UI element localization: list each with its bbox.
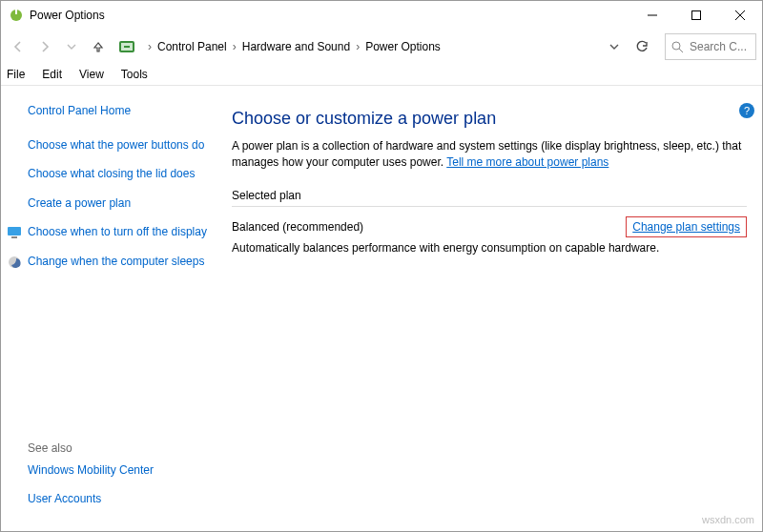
menu-tools[interactable]: Tools [121, 68, 148, 81]
help-icon[interactable]: ? [739, 103, 754, 118]
window-title: Power Options [30, 9, 630, 22]
up-button[interactable] [87, 35, 110, 58]
maximize-button[interactable] [674, 1, 718, 30]
selected-plan-label: Selected plan [232, 189, 747, 207]
address-dropdown[interactable] [606, 35, 623, 58]
svg-line-10 [679, 49, 683, 52]
recent-locations-dropdown[interactable] [60, 35, 83, 58]
svg-rect-11 [8, 227, 21, 235]
sidebar-control-panel-home[interactable]: Control Panel Home [28, 103, 131, 118]
svg-rect-3 [692, 11, 701, 20]
sidebar-computer-sleeps[interactable]: Change when the computer sleeps [28, 254, 204, 269]
watermark: wsxdn.com [702, 514, 754, 525]
refresh-button[interactable] [629, 33, 655, 60]
chevron-right-icon: › [356, 40, 360, 53]
svg-point-9 [672, 42, 680, 50]
link-change-plan-settings[interactable]: Change plan settings [626, 216, 747, 237]
chevron-right-icon: › [233, 40, 237, 53]
menu-view[interactable]: View [79, 68, 104, 81]
svg-rect-1 [15, 9, 17, 14]
app-icon [9, 8, 24, 23]
sidebar: Control Panel Home Choose what the power… [1, 86, 222, 531]
sidebar-turn-off-display[interactable]: Choose when to turn off the display [28, 224, 207, 239]
location-icon [117, 37, 136, 56]
plan-name: Balanced (recommended) [232, 220, 363, 234]
page-title: Choose or customize a power plan [232, 109, 747, 129]
main-panel: Choose or customize a power plan A power… [222, 86, 762, 531]
chevron-right-icon: › [148, 40, 152, 53]
minimize-button[interactable] [630, 1, 674, 30]
search-placeholder: Search C... [690, 40, 747, 53]
plan-description: Automatically balances performance with … [232, 241, 747, 255]
menubar: File Edit View Tools [1, 64, 762, 86]
sidebar-choose-closing-lid[interactable]: Choose what closing the lid does [28, 166, 195, 181]
sidebar-choose-power-buttons[interactable]: Choose what the power buttons do [28, 137, 204, 153]
back-button[interactable] [7, 35, 30, 58]
svg-rect-8 [124, 46, 130, 48]
menu-edit[interactable]: Edit [42, 68, 62, 81]
see-also-label: See also [28, 441, 209, 455]
sleep-icon [7, 255, 22, 270]
crumb-hardware-sound[interactable]: Hardware and Sound [240, 38, 352, 55]
crumb-control-panel[interactable]: Control Panel [155, 38, 229, 55]
sidebar-user-accounts[interactable]: User Accounts [28, 491, 101, 506]
breadcrumb[interactable]: › Control Panel › Hardware and Sound › P… [144, 38, 602, 55]
display-icon [7, 225, 22, 240]
forward-button[interactable] [33, 35, 56, 58]
link-tell-me-more[interactable]: Tell me more about power plans [446, 155, 608, 169]
svg-rect-12 [11, 236, 17, 238]
close-button[interactable] [718, 1, 762, 30]
sidebar-mobility-center[interactable]: Windows Mobility Center [28, 462, 154, 478]
crumb-power-options[interactable]: Power Options [363, 38, 443, 55]
menu-file[interactable]: File [7, 68, 25, 81]
search-input[interactable]: Search C... [665, 33, 756, 60]
intro-text: A power plan is a collection of hardware… [232, 138, 747, 172]
sidebar-create-power-plan[interactable]: Create a power plan [28, 195, 131, 211]
search-icon [671, 41, 684, 53]
